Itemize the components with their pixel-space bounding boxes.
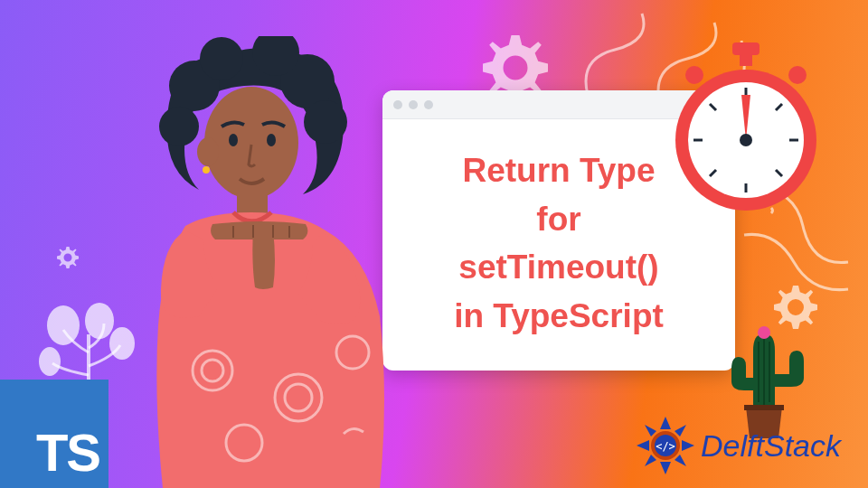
brand-logo-icon: </>: [634, 414, 697, 477]
ts-logo-text: TS: [36, 422, 99, 483]
svg-point-0: [47, 305, 80, 345]
svg-point-3: [39, 347, 61, 376]
typescript-logo: TS: [0, 380, 108, 488]
svg-point-7: [788, 66, 807, 84]
brand: </> DelftStack: [634, 414, 841, 477]
svg-point-27: [197, 137, 219, 166]
svg-point-25: [304, 100, 347, 144]
svg-point-28: [229, 134, 238, 146]
svg-point-1: [85, 303, 114, 339]
svg-point-30: [203, 166, 210, 174]
svg-point-29: [267, 134, 276, 146]
svg-rect-46: [744, 405, 784, 410]
svg-point-22: [200, 37, 243, 80]
gear-icon: [54, 244, 81, 271]
svg-point-45: [758, 326, 770, 339]
svg-point-6: [685, 66, 703, 84]
woman-illustration: [118, 36, 452, 488]
svg-point-24: [159, 107, 199, 146]
stopwatch-icon: [669, 41, 823, 221]
svg-text:</>: </>: [656, 440, 675, 453]
svg-rect-4: [732, 42, 760, 55]
svg-rect-5: [740, 53, 752, 66]
brand-name: DelftStack: [701, 428, 841, 464]
svg-point-19: [740, 134, 752, 146]
